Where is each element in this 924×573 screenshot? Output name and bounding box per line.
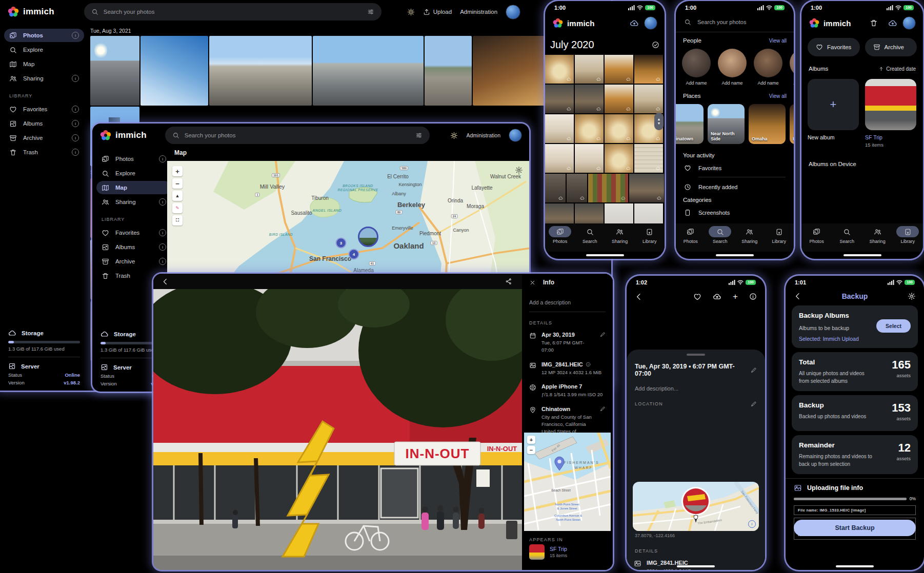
photo-thumbnail[interactable] [634,85,663,113]
nav-photos[interactable]: Photos [676,226,706,244]
person[interactable]: Add name [790,49,794,86]
photo-thumbnail[interactable] [605,55,633,84]
places-view-all[interactable]: View all [769,93,787,99]
upload-button[interactable]: Upload [423,8,452,15]
activity-recently-added[interactable]: Recently added [676,177,794,191]
select-button[interactable]: Select [876,319,911,333]
album-tile[interactable]: SF Trip 15 items [865,79,916,148]
back-icon[interactable] [162,278,169,285]
sidebar-item-explore[interactable]: Explore [4,43,84,56]
search-input[interactable]: Search your photos [676,14,794,30]
favorites-button[interactable]: Favorites [808,38,860,56]
place-card[interactable]: Pi [790,104,794,144]
nav-sharing[interactable]: Sharing [862,226,893,244]
info-icon[interactable] [586,362,591,367]
photo-thumbnail[interactable] [545,114,574,143]
info-badge[interactable]: i [72,149,79,156]
search-input[interactable]: Search your photos [165,127,430,144]
start-backup-button[interactable]: Start Backup [794,520,916,536]
people-view-all[interactable]: View all [769,38,787,44]
photo-thumbnail[interactable] [545,85,574,113]
category-screenshots[interactable]: Screenshots [676,203,794,216]
sort-button[interactable]: Created date [878,66,916,72]
sidebar-item-trash[interactable]: Trashi [4,146,84,159]
photo-thumbnail[interactable] [634,55,663,84]
select-all-icon[interactable] [652,41,659,49]
zoom-in-button[interactable]: + [172,166,183,176]
photo-thumbnail[interactable] [567,174,587,202]
nav-photos[interactable]: Photos [545,226,575,244]
activity-favorites[interactable]: Favorites [676,158,794,172]
place-card[interactable]: Chinatown [676,104,704,144]
sun-icon[interactable] [450,132,458,139]
pencil-icon[interactable] [600,406,606,412]
photo-thumbnail[interactable] [588,174,628,202]
photo-thumbnail[interactable] [473,36,550,106]
sidebar-item-explore[interactable]: Explore [96,167,171,180]
location-map[interactable]: The Embarcadero San Francisco Ferry i [633,482,759,531]
back-icon[interactable] [635,293,643,301]
info-badge[interactable]: i [72,106,79,113]
place-card[interactable]: Omaha [749,104,786,144]
archive-button[interactable]: Archive [865,38,917,56]
share-icon[interactable] [505,278,512,285]
sidebar-item-favorites[interactable]: Favoritesi [96,226,171,239]
avatar[interactable] [644,16,657,30]
photo-thumbnail[interactable] [545,144,574,173]
administration-link[interactable]: Administration [466,132,500,138]
nav-photos[interactable]: Photos [801,226,832,244]
info-badge[interactable]: i [159,229,166,236]
edit-location-icon[interactable] [751,401,757,407]
new-album-tile[interactable]: + New album [808,79,859,140]
search-input[interactable]: Search your photos [84,3,381,21]
pencil-icon[interactable] [751,401,757,407]
photo-thumbnail[interactable] [90,36,139,106]
gear-icon[interactable] [515,166,523,174]
gear-icon[interactable] [908,292,916,300]
administration-link[interactable]: Administration [460,9,497,15]
sidebar-item-photos[interactable]: Photosi [96,152,171,166]
trash-icon[interactable] [870,19,878,27]
back-icon[interactable] [162,278,169,285]
description-input[interactable]: Add description... [627,377,765,392]
nav-sharing[interactable]: Sharing [605,226,635,244]
face-avatar[interactable] [718,49,747,77]
face-avatar[interactable] [754,49,782,77]
info-badge[interactable]: i [159,258,166,265]
nav-library[interactable]: Library [893,226,923,244]
photo-thumbnail[interactable] [575,144,604,173]
person[interactable]: Add name [718,49,747,86]
photo-thumbnail[interactable] [140,36,208,106]
avatar[interactable] [506,5,520,19]
zoom-in-button[interactable]: + [527,436,535,444]
photo-cluster-marker[interactable]: 3 [336,238,347,249]
sidebar-item-sharing[interactable]: Sharingi [96,195,171,209]
info-badge[interactable]: i [159,155,166,162]
sidebar-item-archive[interactable]: Archivei [96,255,171,268]
theme-toggle-icon[interactable] [407,8,415,16]
back-icon[interactable] [794,292,802,300]
avatar[interactable] [902,16,916,30]
photo-thumbnail[interactable] [629,174,664,202]
add-icon[interactable]: + [733,293,738,301]
sidebar-item-favorites[interactable]: Favoritesi [4,103,84,116]
photo-thumbnail[interactable] [634,144,663,173]
photo-thumbnail[interactable] [605,144,633,173]
close-icon[interactable] [529,279,536,286]
nav-library[interactable]: Library [765,226,794,244]
info-badge[interactable]: i [72,120,79,127]
close-icon[interactable] [529,279,536,286]
pencil-icon[interactable] [751,367,757,373]
cloud-up-icon[interactable] [888,18,897,28]
fast-scroll-thumb[interactable]: ▲▼ [654,113,664,130]
nav-sharing[interactable]: Sharing [735,226,765,244]
photo-cluster-marker[interactable]: 4 [349,249,359,260]
photo-thumbnail[interactable] [209,36,312,106]
info-badge[interactable]: i [159,243,166,251]
person[interactable]: Add name [682,49,711,86]
sidebar-item-albums[interactable]: Albumsi [4,117,84,130]
photo-in-n-out[interactable]: IN-N-OUT IN-N-OUT [153,289,522,570]
photo-thumbnail[interactable] [605,114,633,143]
sliders-icon[interactable] [367,8,374,15]
location-minimap[interactable]: FISHERMAN'SWHARFPier 45Beach StreetNorth… [524,433,611,531]
